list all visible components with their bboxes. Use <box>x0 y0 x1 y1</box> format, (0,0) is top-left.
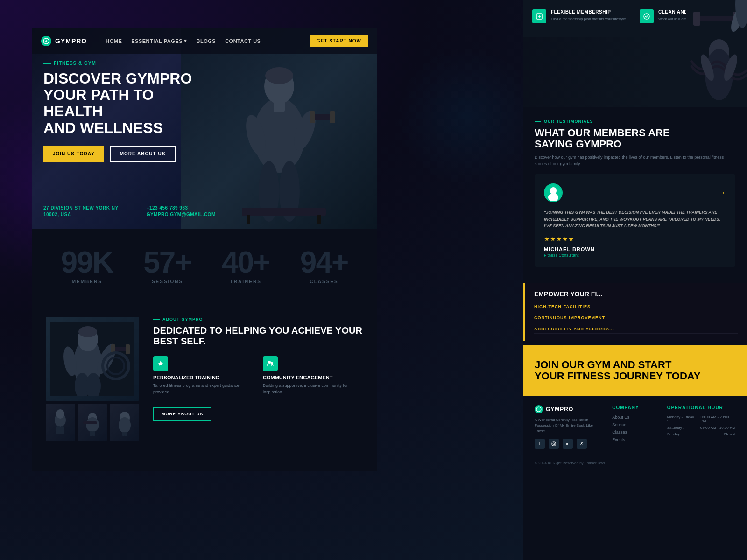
weekday-label: Monday - Friday : <box>667 415 696 423</box>
stat-trainers: 40+ TRAINERS <box>222 247 270 284</box>
svg-point-38 <box>119 417 131 433</box>
clean-icon <box>640 9 654 23</box>
svg-rect-14 <box>317 215 321 224</box>
testimonial-stars: ★★★★★ <box>544 235 726 243</box>
about-thumb-1 <box>46 404 75 441</box>
join-us-button[interactable]: JOIN US TODAY <box>43 146 104 162</box>
hero-athlete-image <box>214 42 345 224</box>
hero-content: FITNESS & GYM DISCOVER GYMPRO YOUR PATH … <box>43 61 207 176</box>
social-twitter[interactable]: ✗ <box>577 439 587 449</box>
address-line1: 27 DIVISION ST NEW YORK NY <box>43 205 119 210</box>
empower-item-1: HIGH-TECH FACILITIES <box>534 302 738 311</box>
more-about-button[interactable]: MORE ABOUT US <box>110 146 176 162</box>
testimonial-quote: "Joining this gym was the best decision … <box>544 209 726 229</box>
svg-point-29 <box>56 409 64 419</box>
chevron-down-icon: ▾ <box>184 38 187 44</box>
stat-members-number: 99K <box>61 247 113 277</box>
about-title: DEDICATED TO HELPING YOU ACHIEVE YOUR BE… <box>153 325 363 347</box>
testimonials-tag-bar <box>535 121 541 122</box>
weekday-time: 08:00 AM - 20:00 PM <box>700 415 735 423</box>
nav-cta-button[interactable]: GET START NOW <box>310 35 368 47</box>
svg-rect-22 <box>126 344 130 354</box>
footer-hour-weekday: Monday - Friday : 08:00 AM - 20:00 PM <box>667 415 735 423</box>
footer-company: COMPANY About Us Service Classes Events <box>612 405 658 449</box>
nav-home[interactable]: HOME <box>106 38 122 44</box>
footer-link-events[interactable]: Events <box>612 437 658 442</box>
saturday-label: Saturday : <box>667 426 684 430</box>
svg-rect-9 <box>330 111 335 123</box>
testimonial-header: → <box>544 183 726 202</box>
bg-glow-right <box>397 47 537 187</box>
svg-rect-8 <box>310 111 315 123</box>
about-tag-bar <box>153 319 160 320</box>
feature-flexible-title: FLEXIBLE MEMBERSHIP <box>551 9 627 14</box>
footer-logo-icon <box>535 405 543 413</box>
svg-point-18 <box>78 326 97 337</box>
stat-classes-label: CLASSES <box>300 279 348 284</box>
features-grid: PERSONALIZED TRAINING Tailored fitness p… <box>153 356 363 395</box>
personalized-icon <box>153 356 168 371</box>
social-linkedin[interactable]: in <box>563 439 573 449</box>
svg-rect-4 <box>274 100 285 112</box>
hero-section: GYMPRO HOME ESSENTIAL PAGES ▾ BLOGS CONT… <box>32 28 377 229</box>
stat-trainers-number: 40+ <box>222 247 270 277</box>
social-instagram[interactable] <box>549 439 559 449</box>
footer-logo: GYMPRO <box>535 405 603 413</box>
testimonials-desc: Discover how our gym has positively impa… <box>535 154 735 167</box>
about-main-image <box>46 317 139 401</box>
stat-trainers-label: TRAINERS <box>222 279 270 284</box>
about-tag: ABOUT GYMPRO <box>153 317 363 322</box>
navbar: GYMPRO HOME ESSENTIAL PAGES ▾ BLOGS CONT… <box>32 28 377 54</box>
empower-title: EMPOWER YOUR FI... <box>534 290 738 298</box>
footer-copyright: © 2024 All Right Reserved by FramerDevs <box>535 456 735 465</box>
svg-point-61 <box>553 443 555 445</box>
hero-tag-bar <box>43 63 51 64</box>
saturday-time: 09:00 AM - 16:00 PM <box>700 426 735 430</box>
flexible-icon <box>532 9 546 23</box>
testimonial-name: MICHAEL BROWN <box>544 246 726 252</box>
next-testimonial-button[interactable]: → <box>718 188 726 198</box>
nav-contact[interactable]: CONTACT US <box>225 38 261 44</box>
social-facebook[interactable]: f <box>535 439 545 449</box>
svg-rect-31 <box>60 426 64 434</box>
footer-hour-saturday: Saturday : 09:00 AM - 16:00 PM <box>667 426 735 430</box>
about-small-images <box>46 404 139 441</box>
footer-hours-title: OPERATIONAL HOUR <box>667 405 735 410</box>
testimonials-tag: OUR TESTIMONIALS <box>535 119 735 124</box>
right-panel: FLEXIBLE MEMBERSHIP Find a membership pl… <box>523 0 747 560</box>
personalized-title: PERSONALIZED TRAINING <box>153 375 254 380</box>
svg-rect-44 <box>696 16 738 21</box>
footer-link-classes[interactable]: Classes <box>612 430 658 434</box>
footer-link-service[interactable]: Service <box>612 422 658 427</box>
svg-point-41 <box>268 361 271 364</box>
community-icon <box>263 356 278 371</box>
logo-text: GYMPRO <box>55 37 87 45</box>
about-images <box>46 317 139 441</box>
feature-flexible-content: FLEXIBLE MEMBERSHIP Find a membership pl… <box>551 9 627 21</box>
stat-classes: 94+ CLASSES <box>300 247 348 284</box>
nav-blogs[interactable]: BLOGS <box>197 38 216 44</box>
footer-links: About Us Service Classes Events <box>612 415 658 442</box>
more-about-button-2[interactable]: MORE ABOUT US <box>153 407 211 421</box>
sunday-time: Closed <box>724 432 735 436</box>
about-tag-text: ABOUT GYMPRO <box>162 317 203 322</box>
empower-container: EMPOWER YOUR FI... HIGH-TECH FACILITIES … <box>523 279 747 341</box>
hero-contact: 27 DIVISION ST NEW YORK NY 10002, USA +1… <box>43 205 216 217</box>
svg-rect-39 <box>122 432 125 436</box>
contact-address: 27 DIVISION ST NEW YORK NY 10002, USA <box>43 205 119 217</box>
phone: +123 456 789 963 <box>147 205 216 210</box>
svg-rect-12 <box>242 208 326 216</box>
empower-section: EMPOWER YOUR FI... HIGH-TECH FACILITIES … <box>523 283 747 341</box>
hero-tag: FITNESS & GYM <box>43 61 207 66</box>
address-line2: 10002, USA <box>43 212 119 217</box>
about-thumb-2 <box>78 404 107 441</box>
empower-item-3: ACCESSIBILITY AND AFFORDA... <box>534 325 738 334</box>
stat-members: 99K MEMBERS <box>61 247 113 284</box>
footer-link-about[interactable]: About Us <box>612 415 658 420</box>
top-corner-image <box>686 0 747 37</box>
footer-brand: GYMPRO A Wonderful Serenity Has Taken Po… <box>535 405 603 449</box>
nav-essential[interactable]: ESSENTIAL PAGES ▾ <box>131 38 187 44</box>
svg-point-42 <box>271 362 273 364</box>
hero-buttons: JOIN US TODAY MORE ABOUT US <box>43 146 207 162</box>
feature-flexible-desc: Find a membership plan that fits your li… <box>551 16 627 21</box>
